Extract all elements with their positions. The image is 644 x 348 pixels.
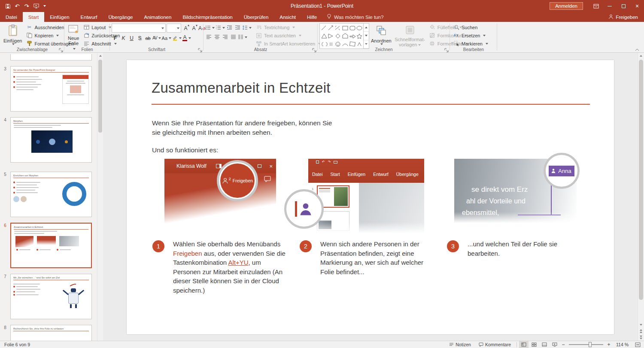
underline-button[interactable]: U	[128, 34, 135, 42]
ribbon-display-options-icon[interactable]	[589, 0, 603, 12]
thumbnail-preview[interactable]: Recherchieren Sie, ohne Ihre Folie zu ve…	[10, 325, 92, 341]
text-direction-button[interactable]: Textrichtung	[254, 23, 318, 31]
scroll-down-icon[interactable]	[638, 321, 644, 328]
align-right-button[interactable]	[222, 33, 229, 41]
shapes-gallery-scroll[interactable]	[363, 24, 369, 48]
dialog-launcher-icon[interactable]	[59, 47, 64, 51]
convert-smartart-button[interactable]: In SmartArt konvertieren	[254, 39, 318, 48]
tab-einfuegen[interactable]: Einfügen	[44, 12, 75, 22]
gallery-up-icon[interactable]	[364, 24, 369, 32]
increase-font-size-button[interactable]: A	[182, 24, 189, 32]
zoom-in-button[interactable]: +	[606, 342, 612, 348]
line-spacing-button[interactable]	[242, 24, 252, 32]
justify-button[interactable]	[230, 33, 237, 41]
thumbnail-preview[interactable]: So verwenden Sie PowerPoint Designer	[10, 66, 92, 112]
tab-uebergaenge[interactable]: Übergänge	[103, 12, 139, 22]
collapse-ribbon-icon[interactable]	[635, 46, 641, 51]
thumbnail-preview[interactable]: Einrichten von Morphen	[10, 172, 92, 217]
mini-body: 2 Freigeben	[164, 173, 276, 224]
zoom-slider-thumb[interactable]	[589, 342, 592, 347]
tab-bildschirmpraesentation[interactable]: Bildschirmpräsentation	[177, 12, 238, 22]
arrange-button[interactable]: Anordnen	[369, 23, 393, 48]
thumbnail-preview[interactable]: Morphen	[10, 117, 92, 163]
save-icon[interactable]	[3, 1, 12, 11]
quick-styles-button[interactable]: Schnellformat- vorlagen	[393, 23, 427, 48]
group-label: Folien	[64, 47, 110, 52]
mini-tab: Einfügen	[344, 170, 369, 179]
numbering-button[interactable]	[216, 24, 225, 32]
reading-view-button[interactable]	[540, 341, 549, 348]
text-shadow-button[interactable]: S	[136, 34, 143, 42]
tab-animationen[interactable]: Animationen	[138, 12, 177, 22]
align-text-button[interactable]: Text ausrichten	[254, 31, 318, 39]
slide-number: 4	[0, 117, 10, 163]
close-button[interactable]: ×	[630, 0, 644, 12]
customize-qat-icon[interactable]	[41, 1, 46, 11]
sign-in-button[interactable]: Anmelden	[550, 2, 583, 10]
share-button[interactable]: Freigeben	[602, 12, 644, 22]
dialog-launcher-icon[interactable]	[312, 47, 317, 51]
zoom-level[interactable]: 114 %	[613, 342, 632, 347]
select-button[interactable]: Markieren	[452, 39, 489, 48]
change-case-button[interactable]: Aa	[162, 34, 171, 42]
increase-indent-button[interactable]	[234, 24, 241, 32]
thumbnail-preview[interactable]: Zusammenarbeit in Echtzeit	[10, 223, 92, 268]
redo-icon[interactable]: ↷	[22, 1, 31, 11]
shapes-gallery[interactable]	[319, 23, 369, 49]
slide-counter[interactable]: Folie 6 von 9	[2, 342, 30, 347]
bullets-button[interactable]	[205, 24, 215, 32]
tab-start[interactable]: Start	[23, 12, 44, 22]
align-left-button[interactable]	[205, 33, 213, 41]
thumbnail-scrollbar[interactable]	[97, 53, 103, 341]
align-center-button[interactable]	[213, 33, 221, 41]
undo-icon[interactable]: ↶	[13, 1, 21, 11]
minimize-button[interactable]	[603, 0, 617, 12]
dialog-launcher-icon[interactable]	[198, 47, 203, 51]
fit-to-window-button[interactable]	[633, 341, 642, 348]
scrollbar-thumb[interactable]	[639, 60, 643, 300]
thumbnail-slide-2-partial[interactable]	[10, 54, 92, 61]
scroll-up-icon[interactable]	[97, 53, 103, 59]
text-highlight-button[interactable]	[172, 34, 182, 42]
tab-datei[interactable]: Datei	[0, 12, 23, 22]
scroll-up-icon[interactable]	[638, 53, 644, 59]
paste-button[interactable]: Einfügen	[2, 23, 24, 48]
tab-ueberpruefen[interactable]: Überprüfen	[238, 12, 274, 22]
font-color-button[interactable]: A	[182, 34, 191, 42]
font-name-select[interactable]	[112, 24, 166, 33]
zoom-out-button[interactable]: −	[560, 342, 566, 348]
strikethrough-button[interactable]: ab	[144, 34, 152, 42]
comments-button[interactable]: Kommentare	[475, 341, 514, 348]
character-spacing-button[interactable]: AV	[152, 34, 161, 42]
normal-view-button[interactable]	[519, 341, 529, 348]
slideshow-view-button[interactable]	[550, 341, 559, 348]
columns-button[interactable]	[238, 33, 247, 41]
gallery-down-icon[interactable]	[364, 32, 369, 40]
start-slideshow-icon[interactable]	[32, 1, 40, 11]
previous-slide-button[interactable]	[638, 328, 644, 334]
dialog-launcher-icon[interactable]	[444, 47, 449, 51]
tell-me-search[interactable]: Was möchten Sie tun?	[327, 12, 383, 22]
group-zwischenablage: Einfügen ✂Ausschneiden Kopieren Format ü…	[0, 22, 64, 52]
maximize-button[interactable]	[617, 0, 630, 12]
slide-canvas[interactable]: Zusammenarbeit in Echtzeit Wenn Sie Ihre…	[127, 60, 614, 334]
tab-entwurf[interactable]: Entwurf	[75, 12, 103, 22]
scrollbar-thumb[interactable]	[98, 60, 102, 133]
tab-ansicht[interactable]: Ansicht	[274, 12, 301, 22]
next-slide-button[interactable]	[638, 334, 644, 341]
font-size-select[interactable]	[167, 24, 181, 33]
new-slide-button[interactable]: Neue Folie	[66, 23, 81, 48]
replace-button[interactable]: Ersetzen	[452, 31, 489, 39]
italic-button[interactable]: K	[120, 34, 127, 42]
slide-scrollbar[interactable]	[638, 53, 644, 341]
find-button[interactable]: Suchen	[452, 23, 489, 31]
decrease-indent-button[interactable]	[226, 24, 233, 32]
thumbnail-preview[interactable]: Mit „Sie wünschen…“ sind Sie sofort am Z…	[10, 274, 92, 319]
decrease-font-size-button[interactable]: A	[190, 24, 197, 32]
tab-hilfe[interactable]: Hilfe	[301, 12, 322, 22]
comments-icon	[479, 342, 483, 347]
bold-button[interactable]: F	[112, 34, 119, 42]
slide-sorter-view-button[interactable]	[529, 341, 539, 348]
notes-button[interactable]: Notizen	[446, 341, 474, 348]
zoom-slider[interactable]	[569, 344, 603, 345]
